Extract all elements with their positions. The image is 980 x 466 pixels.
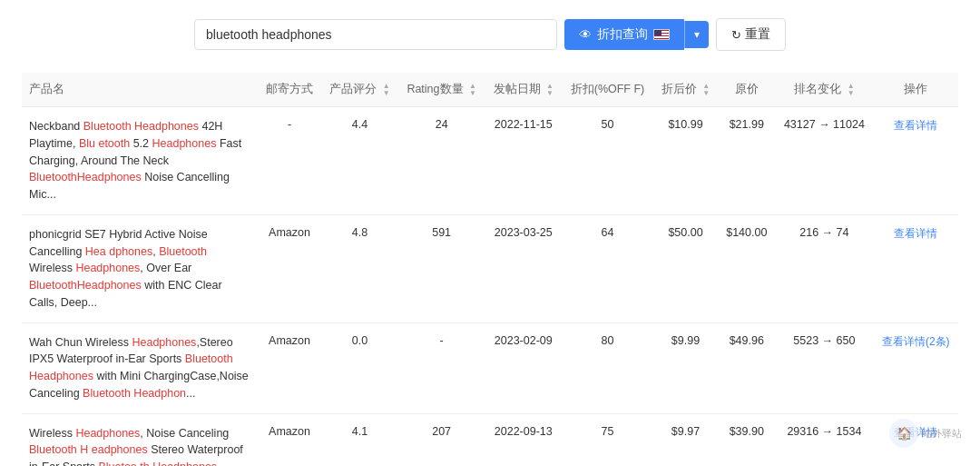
action-link[interactable]: 查看详情 <box>894 227 937 240</box>
cell-rank-change: 43127 → 11024 <box>775 107 873 215</box>
cell-rank-change: 29316 → 1534 <box>775 413 873 466</box>
cell-product-name: Neckband Bluetooth Headphones 42H Playti… <box>22 107 258 215</box>
cell-product-name: Wah Chun Wireless Headphones,Stereo IPX5… <box>22 322 258 413</box>
cell-shipping: - <box>258 107 321 215</box>
watermark-logo: 🏠 <box>889 419 918 448</box>
query-button[interactable]: 👁 折扣查询 <box>564 19 684 50</box>
cell-discount: 80 <box>562 322 653 413</box>
cell-original-price: $140.00 <box>718 214 775 322</box>
table-body: Neckband Bluetooth Headphones 42H Playti… <box>22 107 958 467</box>
product-name-text: phonicgrid SE7 Hybrid Active Noise Cance… <box>29 226 250 312</box>
cell-discount: 64 <box>562 214 653 322</box>
cell-rating: 0.0 <box>321 322 398 413</box>
col-rating-count[interactable]: Rating数量 ▲▼ <box>398 73 485 107</box>
cell-discount: 50 <box>562 107 653 215</box>
sort-icon-rating: ▲▼ <box>383 83 390 97</box>
col-discount: 折扣(%OFF F) <box>562 73 653 107</box>
sort-icon-rating-count: ▲▼ <box>469 83 476 97</box>
cell-action[interactable]: 查看详情 <box>873 214 958 322</box>
cell-original-price: $39.90 <box>718 413 775 466</box>
cell-rating-count: 24 <box>398 107 485 215</box>
eye-icon: 👁 <box>579 27 592 42</box>
flag-icon <box>653 29 670 40</box>
cell-product-name: Wireless Headphones, Noise Canceling Blu… <box>22 413 258 466</box>
table-row: Wah Chun Wireless Headphones,Stereo IPX5… <box>22 322 958 413</box>
cell-action[interactable]: 查看详情(2条) <box>873 322 958 413</box>
cell-post-date: 2022-11-15 <box>485 107 562 215</box>
table-row: Wireless Headphones, Noise Canceling Blu… <box>22 413 958 466</box>
table-header-row: 产品名 邮寄方式 产品评分 ▲▼ Rating数量 ▲▼ 发帖日期 ▲▼ <box>22 73 958 107</box>
product-name-text: Neckband Bluetooth Headphones 42H Playti… <box>29 118 250 203</box>
cell-product-name: phonicgrid SE7 Hybrid Active Noise Cance… <box>22 214 258 322</box>
col-original-price: 原价 <box>718 73 775 107</box>
col-shipping: 邮寄方式 <box>258 73 321 107</box>
cell-post-date: 2022-09-13 <box>485 413 562 466</box>
watermark-text: 站外驿站 <box>922 427 962 441</box>
cell-action[interactable]: 查看详情 <box>873 107 958 215</box>
watermark: 🏠 站外驿站 <box>889 419 962 448</box>
cell-discounted-price: $50.00 <box>653 214 719 322</box>
query-dropdown-button[interactable]: ▾ <box>684 21 709 48</box>
search-input[interactable] <box>194 19 557 50</box>
query-button-label: 折扣查询 <box>597 26 648 43</box>
cell-rating: 4.4 <box>321 107 398 215</box>
cell-original-price: $49.96 <box>718 322 775 413</box>
reset-button[interactable]: ↻ 重置 <box>716 18 786 51</box>
cell-shipping: Amazon <box>258 214 321 322</box>
col-product-name: 产品名 <box>22 73 258 107</box>
cell-post-date: 2023-03-25 <box>485 214 562 322</box>
sort-icon-price: ▲▼ <box>702 83 710 97</box>
reset-icon: ↻ <box>731 28 741 42</box>
cell-rating-count: 591 <box>398 214 485 322</box>
sort-icon-rank: ▲▼ <box>848 83 855 97</box>
search-input-wrapper <box>194 19 557 50</box>
results-table: 产品名 邮寄方式 产品评分 ▲▼ Rating数量 ▲▼ 发帖日期 ▲▼ <box>22 73 958 466</box>
cell-post-date: 2023-02-09 <box>485 322 562 413</box>
action-link[interactable]: 查看详情 <box>894 119 937 132</box>
col-action: 操作 <box>873 73 958 107</box>
cell-rank-change: 5523 → 650 <box>775 322 873 413</box>
cell-rank-change: 216 → 74 <box>775 214 873 322</box>
cell-rating: 4.1 <box>321 413 398 466</box>
cell-original-price: $21.99 <box>718 107 775 215</box>
col-discounted-price[interactable]: 折后价 ▲▼ <box>653 73 719 107</box>
cell-discount: 75 <box>562 413 653 466</box>
table-row: phonicgrid SE7 Hybrid Active Noise Cance… <box>22 214 958 322</box>
product-name-text: Wah Chun Wireless Headphones,Stereo IPX5… <box>29 334 250 402</box>
col-rating[interactable]: 产品评分 ▲▼ <box>321 73 398 107</box>
reset-button-label: 重置 <box>745 26 770 43</box>
cell-discounted-price: $10.99 <box>653 107 719 215</box>
cell-shipping: Amazon <box>258 322 321 413</box>
cell-discounted-price: $9.97 <box>653 413 719 466</box>
cell-discounted-price: $9.99 <box>653 322 719 413</box>
search-bar: 👁 折扣查询 ▾ ↻ 重置 <box>22 18 958 51</box>
cell-rating-count: - <box>398 322 485 413</box>
sort-icon-post-date: ▲▼ <box>546 83 554 97</box>
cell-rating-count: 207 <box>398 413 485 466</box>
page-wrapper: 👁 折扣查询 ▾ ↻ 重置 产品名 邮寄方式 产品评分 ▲▼ <box>0 0 980 466</box>
product-name-text: Wireless Headphones, Noise Canceling Blu… <box>29 425 250 467</box>
action-link[interactable]: 查看详情(2条) <box>882 335 950 348</box>
col-rank-change[interactable]: 排名变化 ▲▼ <box>775 73 873 107</box>
col-post-date[interactable]: 发帖日期 ▲▼ <box>485 73 562 107</box>
query-button-group: 👁 折扣查询 ▾ <box>564 19 709 50</box>
cell-rating: 4.8 <box>321 214 398 322</box>
table-row: Neckband Bluetooth Headphones 42H Playti… <box>22 107 958 215</box>
cell-shipping: Amazon <box>258 413 321 466</box>
